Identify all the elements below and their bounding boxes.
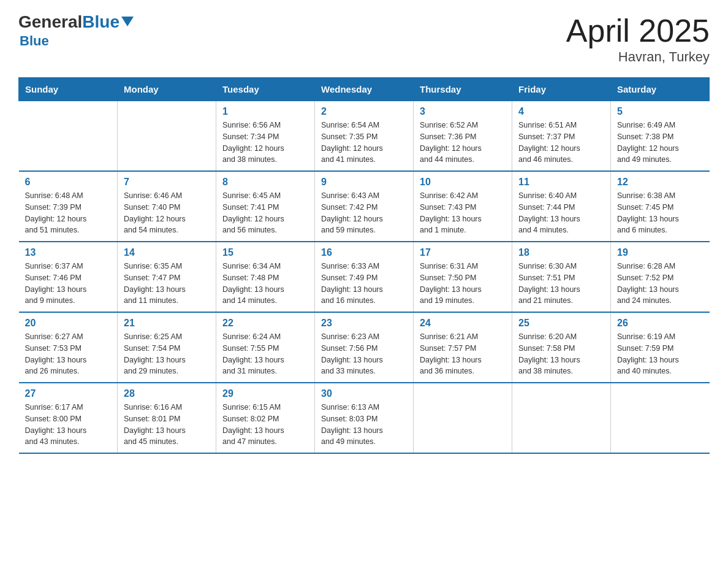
location-subtitle: Havran, Turkey: [566, 49, 710, 65]
day-info: Sunrise: 6:24 AM Sunset: 7:55 PM Dayligh…: [222, 331, 308, 377]
calendar-cell: 20Sunrise: 6:27 AM Sunset: 7:53 PM Dayli…: [19, 312, 118, 383]
day-info: Sunrise: 6:33 AM Sunset: 7:49 PM Dayligh…: [321, 261, 407, 307]
calendar-cell: 30Sunrise: 6:13 AM Sunset: 8:03 PM Dayli…: [315, 383, 414, 453]
logo-general-text: General: [18, 12, 82, 32]
day-info: Sunrise: 6:37 AM Sunset: 7:46 PM Dayligh…: [25, 261, 112, 307]
calendar-cell: 24Sunrise: 6:21 AM Sunset: 7:57 PM Dayli…: [414, 312, 512, 383]
calendar-cell: 8Sunrise: 6:45 AM Sunset: 7:41 PM Daylig…: [216, 171, 315, 242]
calendar-cell: [118, 101, 216, 172]
day-number: 24: [420, 318, 506, 329]
logo-blue-text: Blue: [82, 12, 134, 32]
weekday-header-friday: Friday: [512, 78, 611, 101]
weekday-header-row: SundayMondayTuesdayWednesdayThursdayFrid…: [19, 78, 710, 101]
day-number: 17: [420, 247, 506, 258]
day-info: Sunrise: 6:15 AM Sunset: 8:02 PM Dayligh…: [222, 402, 308, 448]
day-info: Sunrise: 6:49 AM Sunset: 7:38 PM Dayligh…: [617, 120, 703, 166]
calendar-cell: [19, 101, 118, 172]
calendar-cell: 7Sunrise: 6:46 AM Sunset: 7:40 PM Daylig…: [118, 171, 216, 242]
calendar-table: SundayMondayTuesdayWednesdayThursdayFrid…: [18, 77, 710, 454]
calendar-cell: 15Sunrise: 6:34 AM Sunset: 7:48 PM Dayli…: [216, 242, 315, 312]
logo-blue-label: Blue: [20, 33, 49, 49]
week-row-5: 27Sunrise: 6:17 AM Sunset: 8:00 PM Dayli…: [19, 383, 710, 453]
day-info: Sunrise: 6:31 AM Sunset: 7:50 PM Dayligh…: [420, 261, 506, 307]
day-number: 7: [124, 177, 210, 188]
day-number: 22: [222, 318, 308, 329]
day-info: Sunrise: 6:43 AM Sunset: 7:42 PM Dayligh…: [321, 190, 407, 236]
day-info: Sunrise: 6:34 AM Sunset: 7:48 PM Dayligh…: [222, 261, 308, 307]
calendar-cell: 5Sunrise: 6:49 AM Sunset: 7:38 PM Daylig…: [611, 101, 710, 172]
day-number: 3: [420, 106, 506, 117]
calendar-cell: 14Sunrise: 6:35 AM Sunset: 7:47 PM Dayli…: [118, 242, 216, 312]
day-info: Sunrise: 6:19 AM Sunset: 7:59 PM Dayligh…: [617, 331, 703, 377]
week-row-2: 6Sunrise: 6:48 AM Sunset: 7:39 PM Daylig…: [19, 171, 710, 242]
day-number: 6: [25, 177, 112, 188]
calendar-cell: 29Sunrise: 6:15 AM Sunset: 8:02 PM Dayli…: [216, 383, 315, 453]
day-number: 9: [321, 177, 407, 188]
day-info: Sunrise: 6:48 AM Sunset: 7:39 PM Dayligh…: [25, 190, 112, 236]
calendar-cell: 3Sunrise: 6:52 AM Sunset: 7:36 PM Daylig…: [414, 101, 512, 172]
day-number: 29: [222, 388, 308, 399]
day-info: Sunrise: 6:54 AM Sunset: 7:35 PM Dayligh…: [321, 120, 407, 166]
calendar-cell: 19Sunrise: 6:28 AM Sunset: 7:52 PM Dayli…: [611, 242, 710, 312]
day-info: Sunrise: 6:16 AM Sunset: 8:01 PM Dayligh…: [124, 402, 210, 448]
day-info: Sunrise: 6:46 AM Sunset: 7:40 PM Dayligh…: [124, 190, 210, 236]
day-number: 30: [321, 388, 407, 399]
day-number: 13: [25, 247, 112, 258]
page-header: General Blue Blue April 2025 Havran, Tur…: [18, 12, 710, 65]
day-number: 27: [25, 388, 112, 399]
weekday-header-saturday: Saturday: [611, 78, 710, 101]
weekday-header-thursday: Thursday: [414, 78, 512, 101]
day-number: 28: [124, 388, 210, 399]
calendar-cell: 11Sunrise: 6:40 AM Sunset: 7:44 PM Dayli…: [512, 171, 611, 242]
day-info: Sunrise: 6:35 AM Sunset: 7:47 PM Dayligh…: [124, 261, 210, 307]
calendar-cell: 13Sunrise: 6:37 AM Sunset: 7:46 PM Dayli…: [19, 242, 118, 312]
calendar-cell: 21Sunrise: 6:25 AM Sunset: 7:54 PM Dayli…: [118, 312, 216, 383]
calendar-cell: 23Sunrise: 6:23 AM Sunset: 7:56 PM Dayli…: [315, 312, 414, 383]
calendar-cell: 9Sunrise: 6:43 AM Sunset: 7:42 PM Daylig…: [315, 171, 414, 242]
day-number: 20: [25, 318, 112, 329]
day-info: Sunrise: 6:51 AM Sunset: 7:37 PM Dayligh…: [518, 120, 604, 166]
day-info: Sunrise: 6:40 AM Sunset: 7:44 PM Dayligh…: [518, 190, 604, 236]
weekday-header-wednesday: Wednesday: [315, 78, 414, 101]
day-info: Sunrise: 6:28 AM Sunset: 7:52 PM Dayligh…: [617, 261, 703, 307]
week-row-3: 13Sunrise: 6:37 AM Sunset: 7:46 PM Dayli…: [19, 242, 710, 312]
day-number: 26: [617, 318, 703, 329]
calendar-cell: 12Sunrise: 6:38 AM Sunset: 7:45 PM Dayli…: [611, 171, 710, 242]
day-info: Sunrise: 6:30 AM Sunset: 7:51 PM Dayligh…: [518, 261, 604, 307]
day-info: Sunrise: 6:25 AM Sunset: 7:54 PM Dayligh…: [124, 331, 210, 377]
weekday-header-monday: Monday: [118, 78, 216, 101]
day-number: 18: [518, 247, 604, 258]
day-info: Sunrise: 6:20 AM Sunset: 7:58 PM Dayligh…: [518, 331, 604, 377]
day-info: Sunrise: 6:42 AM Sunset: 7:43 PM Dayligh…: [420, 190, 506, 236]
calendar-cell: [611, 383, 710, 453]
day-number: 4: [518, 106, 604, 117]
day-number: 10: [420, 177, 506, 188]
day-number: 15: [222, 247, 308, 258]
weekday-header-tuesday: Tuesday: [216, 78, 315, 101]
calendar-cell: 10Sunrise: 6:42 AM Sunset: 7:43 PM Dayli…: [414, 171, 512, 242]
calendar-cell: 6Sunrise: 6:48 AM Sunset: 7:39 PM Daylig…: [19, 171, 118, 242]
day-info: Sunrise: 6:56 AM Sunset: 7:34 PM Dayligh…: [222, 120, 308, 166]
day-number: 12: [617, 177, 703, 188]
calendar-cell: 27Sunrise: 6:17 AM Sunset: 8:00 PM Dayli…: [19, 383, 118, 453]
calendar-cell: 26Sunrise: 6:19 AM Sunset: 7:59 PM Dayli…: [611, 312, 710, 383]
day-info: Sunrise: 6:23 AM Sunset: 7:56 PM Dayligh…: [321, 331, 407, 377]
calendar-cell: 28Sunrise: 6:16 AM Sunset: 8:01 PM Dayli…: [118, 383, 216, 453]
day-info: Sunrise: 6:45 AM Sunset: 7:41 PM Dayligh…: [222, 190, 308, 236]
day-number: 16: [321, 247, 407, 258]
day-number: 21: [124, 318, 210, 329]
day-info: Sunrise: 6:38 AM Sunset: 7:45 PM Dayligh…: [617, 190, 703, 236]
day-info: Sunrise: 6:17 AM Sunset: 8:00 PM Dayligh…: [25, 402, 112, 448]
calendar-cell: 18Sunrise: 6:30 AM Sunset: 7:51 PM Dayli…: [512, 242, 611, 312]
day-info: Sunrise: 6:27 AM Sunset: 7:53 PM Dayligh…: [25, 331, 112, 377]
logo-triangle-icon: [121, 17, 134, 26]
day-number: 11: [518, 177, 604, 188]
title-block: April 2025 Havran, Turkey: [566, 12, 710, 65]
calendar-cell: 4Sunrise: 6:51 AM Sunset: 7:37 PM Daylig…: [512, 101, 611, 172]
week-row-4: 20Sunrise: 6:27 AM Sunset: 7:53 PM Dayli…: [19, 312, 710, 383]
weekday-header-sunday: Sunday: [19, 78, 118, 101]
day-number: 8: [222, 177, 308, 188]
day-number: 2: [321, 106, 407, 117]
calendar-cell: 25Sunrise: 6:20 AM Sunset: 7:58 PM Dayli…: [512, 312, 611, 383]
day-info: Sunrise: 6:13 AM Sunset: 8:03 PM Dayligh…: [321, 402, 407, 448]
